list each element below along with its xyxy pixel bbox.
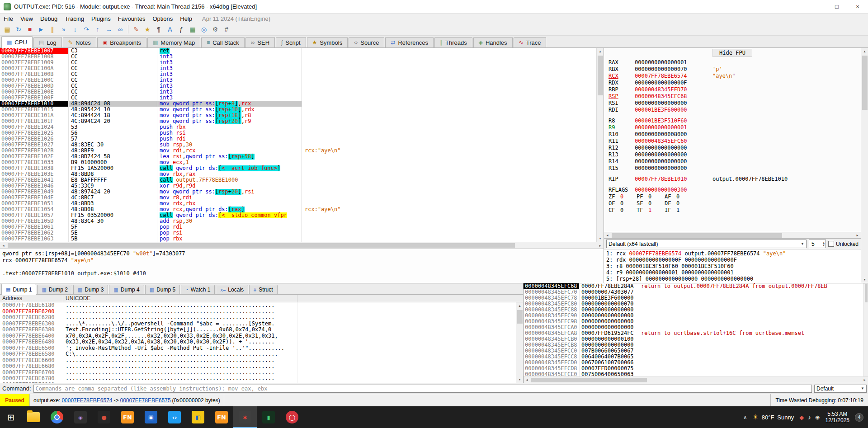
- calling-convention-select[interactable]: Default (x64 fastcall) ▼: [606, 240, 807, 248]
- register-rdi[interactable]: RDI000001BE3F600000: [609, 107, 861, 113]
- scroll-right-icon[interactable]: ▸: [597, 242, 604, 249]
- argument-row[interactable]: 2: rdx 000000000000000F 000000000000000F: [606, 257, 859, 263]
- tab-dump-2[interactable]: ▦Dump 2: [37, 285, 72, 294]
- disasm-row[interactable]: 00007FF78EBE101F4C:894C24 20mov qword pt…: [0, 118, 596, 124]
- dump-row[interactable]: 00007FF78EBE6180........................…: [0, 302, 516, 309]
- register-r8[interactable]: R8000001BE3F510F60: [609, 118, 861, 124]
- register-rdx[interactable]: RDX000000000000000F: [609, 80, 861, 86]
- scroll-down-icon[interactable]: ▾: [597, 235, 604, 242]
- register-rflags[interactable]: RFLAGS0000000000000300: [609, 187, 861, 193]
- register-r11[interactable]: R1100000048345EFC60: [609, 138, 861, 145]
- antivirus-tray-icon[interactable]: ◆: [799, 414, 804, 421]
- register-r15[interactable]: R150000000000000000: [609, 165, 861, 172]
- scroll-up-icon[interactable]: ▴: [861, 48, 868, 55]
- disasm-row[interactable]: 00007FF78EBE1008CCint3: [0, 54, 596, 60]
- status-address-link-1[interactable]: 00007FF78EBE6574: [61, 397, 112, 404]
- registers-view[interactable]: RAX0000000000000001RBX0000000000000070'p…: [604, 58, 861, 232]
- tab-symbols[interactable]: ★Symbols: [307, 37, 348, 47]
- command-input[interactable]: [33, 385, 812, 393]
- fn-app-2-taskbar-button[interactable]: FN: [210, 406, 233, 428]
- opera-app-taskbar-button[interactable]: ◯: [280, 406, 304, 428]
- step-out-button[interactable]: ↑: [92, 24, 103, 35]
- dump-row[interactable]: 00007FF78EBE6380Text.Encoding]::UTF8.Get…: [0, 327, 516, 333]
- disasm-row[interactable]: 00007FF78EBE100ACCint3: [0, 66, 596, 71]
- disassembly-v-scrollbar[interactable]: ▴ ▾: [596, 48, 604, 242]
- dump-row[interactable]: 00007FF78EBE6580C:\.....................…: [0, 351, 516, 357]
- scroll-left-icon[interactable]: ◂: [0, 242, 7, 249]
- tab-script[interactable]: ∫Script: [276, 37, 306, 47]
- checkbox-icon[interactable]: [828, 241, 834, 247]
- menu-plugins[interactable]: Plugins: [88, 14, 114, 24]
- function-button[interactable]: ƒ: [176, 24, 187, 35]
- register-rsi[interactable]: RSI0000000000000000: [609, 100, 861, 107]
- tab-call-stack[interactable]: ≡Call Stack: [201, 37, 245, 47]
- tab-log[interactable]: ▤Log: [33, 37, 62, 47]
- tab-dump-3[interactable]: ▦Dump 3: [73, 285, 108, 294]
- dump-row[interactable]: 00007FF78EBE6280........................…: [0, 315, 516, 321]
- disasm-row[interactable]: 00007FF78EBE10615Fpop rdi: [0, 224, 596, 230]
- disasm-row[interactable]: 00007FF78EBE100BCCint3: [0, 71, 596, 77]
- disasm-row[interactable]: 00007FF78EBE100CCCint3: [0, 77, 596, 83]
- tab-threads[interactable]: ∥Threads: [434, 37, 472, 47]
- stack-row[interactable]: 00000048345EFCE00075006400650063: [524, 372, 863, 376]
- command-profile-select[interactable]: Default ▼: [814, 385, 867, 393]
- tab-notes[interactable]: ✎Notes: [63, 37, 96, 47]
- disassembly-view[interactable]: 00007FF78EBE1007C3ret00007FF78EBE1008CCi…: [0, 48, 596, 242]
- menu-options[interactable]: Options: [149, 14, 176, 24]
- vscode-taskbar-button[interactable]: ‹›: [163, 406, 186, 428]
- dump-row[interactable]: 00007FF78EBE6300....\*........\.\/..powe…: [0, 321, 516, 327]
- dump-view[interactable]: 00007FF78EBE6180........................…: [0, 302, 516, 383]
- photos-app-taskbar-button[interactable]: ◧: [186, 406, 210, 428]
- run-unhandled-button[interactable]: »: [58, 24, 69, 35]
- calculator-button[interactable]: #: [221, 24, 232, 35]
- scroll-right-icon[interactable]: ▸: [861, 377, 868, 383]
- argument-count-spinner[interactable]: 5 ▲▼: [809, 240, 826, 248]
- label-button[interactable]: A: [165, 24, 175, 35]
- registers-h-scrollbar[interactable]: ◂ ▸: [604, 232, 861, 238]
- dump-row[interactable]: 00007FF78EBE64800x33,0x2E,0x34,0x32,0x3A…: [0, 339, 516, 345]
- tab-breakpoints[interactable]: ◉Breakpoints: [97, 37, 146, 47]
- x64dbg-taskbar-taskbar-button[interactable]: ∗: [233, 406, 257, 428]
- memory-button[interactable]: ▦: [187, 24, 198, 35]
- disasm-row[interactable]: 00007FF78EBE10625Epop rsi: [0, 230, 596, 236]
- start-button[interactable]: ⊞: [0, 406, 22, 428]
- comment-button[interactable]: ¶: [153, 24, 164, 35]
- minimize-button[interactable]: –: [806, 0, 826, 14]
- argument-row[interactable]: 5: [rsp+28] 0000000000000000 00000000000…: [606, 276, 859, 282]
- maximize-button[interactable]: □: [826, 0, 847, 14]
- register-r10[interactable]: R100000000000008000: [609, 131, 861, 138]
- argument-row[interactable]: 1: rcx 00007FF78EBE6574 output.00007FF78…: [606, 250, 859, 257]
- register-rip[interactable]: RIP00007FF78EBE1010output.00007FF78EBE10…: [609, 176, 861, 183]
- find-button[interactable]: ◎: [198, 24, 209, 35]
- hidden-icons-chevron[interactable]: ∧: [743, 414, 747, 420]
- tab-dump-4[interactable]: ▦Dump 4: [109, 285, 144, 294]
- menu-favourites[interactable]: Favourites: [114, 14, 149, 24]
- register-rbx[interactable]: RBX0000000000000070'p': [609, 66, 861, 73]
- disassembly-h-scrollbar[interactable]: ◂ ▸: [0, 242, 604, 249]
- run-button[interactable]: ►: [36, 24, 47, 35]
- dump-row[interactable]: 00007FF78EBE6700........................…: [0, 370, 516, 376]
- tab-dump-1[interactable]: ▦Dump 1: [1, 284, 36, 295]
- terminal-app-taskbar-button[interactable]: ▮: [257, 406, 280, 428]
- tab-handles[interactable]: ◈Handles: [473, 37, 513, 47]
- tab-source[interactable]: ‹›Source: [349, 37, 384, 47]
- tab-struct[interactable]: #Struct: [249, 285, 277, 294]
- stack-v-scrollbar[interactable]: [863, 283, 868, 376]
- tab-watch-1[interactable]: ◔Watch 1: [181, 285, 215, 294]
- dev-app-taskbar-button[interactable]: ◈: [69, 406, 92, 428]
- tab-dump-5[interactable]: ▦Dump 5: [145, 285, 180, 294]
- open-file-button[interactable]: ▤: [2, 24, 13, 35]
- register-r12[interactable]: R120000000000000000: [609, 145, 861, 151]
- menu-help[interactable]: Help: [176, 14, 196, 24]
- dump-row[interactable]: 00007FF78EBE6680........................…: [0, 363, 516, 370]
- stack-h-scrollbar[interactable]: ◂ ▸: [524, 376, 868, 383]
- scroll-left-icon[interactable]: ◂: [524, 377, 530, 383]
- scroll-left-icon[interactable]: ◂: [604, 232, 611, 238]
- settings-button[interactable]: ⚙: [210, 24, 221, 35]
- scroll-up-icon[interactable]: ▴: [597, 48, 604, 55]
- scroll-down-icon[interactable]: ▾: [516, 376, 523, 383]
- disasm-row[interactable]: 00007FF78EBE102453push rbx: [0, 124, 596, 130]
- favourites-button[interactable]: ★: [142, 24, 153, 35]
- dump-row[interactable]: 00007FF78EBE6500'; Invoke-RestMethod -Ur…: [0, 345, 516, 352]
- register-rbp[interactable]: RBP00000048345EFD70: [609, 86, 861, 93]
